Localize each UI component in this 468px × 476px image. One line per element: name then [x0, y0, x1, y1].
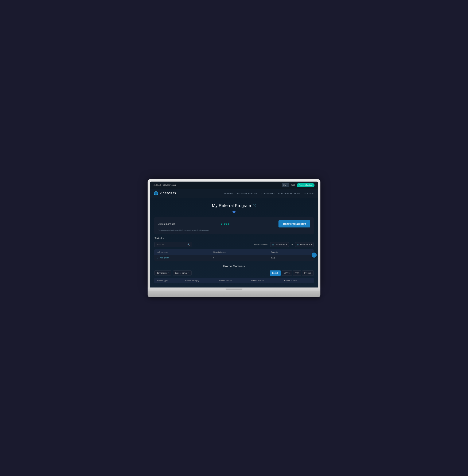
laptop-screen-outer: Call back +18499370843 EN ▾ EXIT Account… [147, 179, 321, 288]
logo: VIDEFOREX [153, 191, 176, 196]
top-bar-right: EN ▾ EXIT Account funding [282, 183, 315, 187]
col-link-names[interactable]: Link names [154, 249, 211, 255]
promo-controls-left: Banner size ▾ Banner format ▾ [154, 270, 192, 276]
statistics-table: Link names Registrations Deposits ↗ [154, 249, 314, 261]
promo-title: Promo Materials [154, 265, 314, 268]
laptop-base-bottom [147, 291, 321, 297]
calendar-from-icon: ▦ [272, 243, 274, 246]
phone-number: +18499370843 [163, 184, 176, 186]
scene: Call back +18499370843 EN ▾ EXIT Account… [147, 179, 321, 297]
date-to-arrow-icon: ▾ [311, 244, 312, 246]
account-funding-button[interactable]: Account funding [297, 183, 315, 187]
date-from-picker[interactable]: ▦ 15-05-2019 ▾ [270, 242, 289, 247]
date-from-arrow-icon: ▾ [286, 244, 287, 246]
table-row: ↗ wzq-qnlxfn 0 100$ [154, 255, 314, 261]
top-bar: Call back +18499370843 EN ▾ EXIT Account… [150, 182, 318, 189]
date-from-label: Choose date from: [253, 243, 269, 246]
transfer-to-account-button[interactable]: Transfer to account [278, 220, 310, 227]
nav-link-settings[interactable]: SETTINGS [304, 192, 315, 194]
nav-link-trading[interactable]: TRADING [224, 192, 233, 194]
promo-controls: Banner size ▾ Banner format ▾ English 日本… [154, 270, 314, 276]
deposits-value: 100$ [268, 255, 314, 261]
registrations-value: 0 [211, 255, 268, 261]
top-bar-left: Call back +18499370843 [153, 184, 176, 186]
banner-size-arrow-icon: ▾ [168, 272, 169, 274]
calendar-to-icon: ▦ [297, 243, 299, 246]
nav-link-account-funding[interactable]: ACCOUNT FUNDING [237, 192, 257, 194]
earnings-label: Current Earnings [158, 223, 175, 225]
date-from-value: 15-05-2019 [275, 243, 285, 246]
exit-button[interactable]: EXIT [291, 184, 295, 186]
nav-link-referral-program[interactable]: REFERRAL PROGRAM [278, 192, 300, 194]
search-input[interactable] [157, 243, 186, 246]
laptop-base-top [147, 288, 321, 291]
date-to-value: 15-06-2019 [300, 243, 310, 246]
stats-table-header-row: Link names Registrations Deposits [154, 249, 314, 255]
link-arrow-icon: ↗ [157, 257, 159, 259]
logo-icon [153, 191, 159, 196]
page-title-row: My Referral Program i [154, 203, 314, 208]
banner-format-label: Banner format [175, 272, 187, 274]
col-banner-preview: Banner Preview [248, 278, 282, 283]
earnings-value: 0, 00 $ [221, 222, 229, 225]
link-name-value: wzq-qnlxfn [160, 257, 169, 259]
lang-tab-chinese[interactable]: 中文 [293, 270, 301, 276]
lang-tab-english[interactable]: English [270, 270, 281, 276]
nav-bar: VIDEFOREX TRADING ACCOUNT FUNDING STATEM… [150, 189, 318, 198]
col-banner-type: Banner Type [154, 278, 183, 283]
banner-table-header-row: Banner Type Banner Size(px) Banner Forma… [154, 278, 314, 283]
banner-table: Banner Type Banner Size(px) Banner Forma… [154, 278, 314, 283]
language-tabs: English 日本語 中文 Русский [270, 270, 314, 276]
lang-arrow-icon: ▾ [287, 184, 288, 186]
col-banner-format: Banner Format [217, 278, 249, 283]
link-name-cell: ↗ wzq-qnlxfn [154, 255, 211, 261]
statistics-title: Statistics [154, 237, 314, 240]
date-to-label: To: [291, 243, 293, 246]
col-deposits[interactable]: Deposits [268, 249, 314, 255]
callback-label: Call back [153, 184, 161, 186]
svg-marker-2 [232, 211, 236, 214]
lang-tab-japanese[interactable]: 日本語 [282, 270, 292, 276]
statistics-table-wrapper: Link names Registrations Deposits ↗ [154, 249, 314, 261]
col-banner-format-2: Banner Format [282, 278, 314, 283]
laptop-screen-inner: Call back +18499370843 EN ▾ EXIT Account… [150, 182, 318, 288]
main-content: My Referral Program i Current Earnings 0… [150, 198, 318, 288]
add-link-button[interactable]: + [312, 252, 317, 258]
chevron-down-icon [154, 211, 314, 214]
info-icon[interactable]: i [253, 204, 256, 207]
search-icon: 🔍 [187, 243, 190, 246]
earnings-section: Current Earnings 0, 00 $ Transfer to acc… [154, 217, 314, 234]
nav-links: TRADING ACCOUNT FUNDING STATEMENTS REFER… [224, 192, 315, 194]
banner-format-dropdown[interactable]: Banner format ▾ [173, 270, 192, 276]
nav-link-statements[interactable]: STATEMENTS [261, 192, 275, 194]
date-controls: Choose date from: ▦ 15-05-2019 ▾ To: ▦ 1… [253, 242, 314, 247]
earnings-hint: You can transfer funds available for pay… [158, 229, 310, 231]
banner-size-dropdown[interactable]: Banner size ▾ [154, 270, 171, 276]
earnings-row: Current Earnings 0, 00 $ Transfer to acc… [158, 220, 310, 227]
statistics-controls: 🔍 Choose date from: ▦ 15-05-2019 ▾ To: ▦… [154, 242, 314, 247]
logo-text: VIDEFOREX [160, 192, 176, 195]
search-box: 🔍 [154, 242, 192, 247]
banner-size-label: Banner size [157, 272, 167, 274]
banner-format-arrow-icon: ▾ [189, 272, 189, 274]
col-registrations[interactable]: Registrations [211, 249, 268, 255]
lang-label: EN [283, 184, 286, 186]
page-title: My Referral Program [212, 203, 251, 208]
lang-button[interactable]: EN ▾ [282, 183, 289, 187]
col-banner-size-px: Banner Size(px) [183, 278, 217, 283]
date-to-picker[interactable]: ▦ 15-06-2019 ▾ [295, 242, 314, 247]
lang-tab-russian[interactable]: Русский [302, 270, 314, 276]
